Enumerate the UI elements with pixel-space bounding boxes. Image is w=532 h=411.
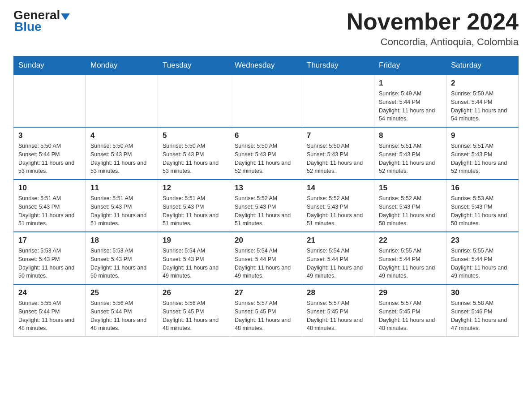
calendar-cell: 26Sunrise: 5:56 AMSunset: 5:45 PMDayligh… — [158, 284, 230, 337]
day-header-wednesday: Wednesday — [230, 56, 302, 75]
day-number: 22 — [379, 236, 442, 245]
calendar-cell — [302, 75, 374, 127]
day-header-thursday: Thursday — [302, 56, 374, 75]
day-info: Sunrise: 5:54 AMSunset: 5:43 PMDaylight:… — [163, 247, 225, 280]
calendar-cell: 13Sunrise: 5:52 AMSunset: 5:43 PMDayligh… — [230, 180, 302, 232]
day-number: 18 — [90, 236, 153, 245]
day-info: Sunrise: 5:51 AMSunset: 5:43 PMDaylight:… — [18, 194, 81, 228]
day-number: 1 — [379, 79, 442, 88]
calendar-cell: 25Sunrise: 5:56 AMSunset: 5:44 PMDayligh… — [86, 284, 158, 337]
day-number: 9 — [451, 131, 514, 140]
day-info: Sunrise: 5:50 AMSunset: 5:43 PMDaylight:… — [90, 142, 153, 176]
calendar-cell: 3Sunrise: 5:50 AMSunset: 5:44 PMDaylight… — [14, 127, 86, 180]
day-number: 4 — [90, 131, 153, 140]
day-info: Sunrise: 5:51 AMSunset: 5:43 PMDaylight:… — [90, 194, 153, 228]
day-number: 26 — [163, 288, 225, 297]
calendar-cell — [14, 75, 86, 127]
day-number: 24 — [18, 288, 81, 297]
logo-blue: Blue — [14, 20, 42, 34]
day-info: Sunrise: 5:50 AMSunset: 5:44 PMDaylight:… — [18, 142, 81, 176]
day-number: 29 — [379, 288, 442, 297]
day-info: Sunrise: 5:50 AMSunset: 5:43 PMDaylight:… — [163, 142, 225, 176]
day-number: 17 — [18, 236, 81, 245]
day-info: Sunrise: 5:53 AMSunset: 5:43 PMDaylight:… — [18, 247, 81, 280]
day-number: 21 — [307, 236, 369, 245]
calendar-cell: 15Sunrise: 5:52 AMSunset: 5:43 PMDayligh… — [374, 180, 446, 232]
calendar-cell: 1Sunrise: 5:49 AMSunset: 5:44 PMDaylight… — [374, 75, 446, 127]
day-number: 23 — [451, 236, 514, 245]
calendar-cell: 28Sunrise: 5:57 AMSunset: 5:45 PMDayligh… — [302, 284, 374, 337]
calendar-cell: 12Sunrise: 5:51 AMSunset: 5:43 PMDayligh… — [158, 180, 230, 232]
day-info: Sunrise: 5:53 AMSunset: 5:43 PMDaylight:… — [90, 247, 153, 280]
day-number: 7 — [307, 131, 369, 140]
calendar-cell: 29Sunrise: 5:57 AMSunset: 5:45 PMDayligh… — [374, 284, 446, 337]
day-info: Sunrise: 5:54 AMSunset: 5:44 PMDaylight:… — [235, 247, 297, 280]
calendar-table: SundayMondayTuesdayWednesdayThursdayFrid… — [13, 56, 519, 337]
calendar-cell: 2Sunrise: 5:50 AMSunset: 5:44 PMDaylight… — [446, 75, 519, 127]
day-number: 20 — [235, 236, 297, 245]
calendar-cell: 7Sunrise: 5:50 AMSunset: 5:43 PMDaylight… — [302, 127, 374, 180]
day-info: Sunrise: 5:56 AMSunset: 5:44 PMDaylight:… — [90, 299, 153, 333]
day-header-tuesday: Tuesday — [158, 56, 230, 75]
month-title: November 2024 — [347, 9, 519, 34]
day-number: 12 — [163, 184, 225, 193]
calendar-cell: 30Sunrise: 5:58 AMSunset: 5:46 PMDayligh… — [446, 284, 519, 337]
calendar-cell: 24Sunrise: 5:55 AMSunset: 5:44 PMDayligh… — [14, 284, 86, 337]
calendar-week-row: 17Sunrise: 5:53 AMSunset: 5:43 PMDayligh… — [14, 232, 519, 284]
day-info: Sunrise: 5:51 AMSunset: 5:43 PMDaylight:… — [451, 142, 514, 176]
day-number: 19 — [163, 236, 225, 245]
day-info: Sunrise: 5:50 AMSunset: 5:44 PMDaylight:… — [451, 90, 514, 123]
calendar-cell: 8Sunrise: 5:51 AMSunset: 5:43 PMDaylight… — [374, 127, 446, 180]
day-number: 14 — [307, 184, 369, 193]
day-number: 11 — [90, 184, 153, 193]
day-number: 30 — [451, 288, 514, 297]
calendar-cell: 9Sunrise: 5:51 AMSunset: 5:43 PMDaylight… — [446, 127, 519, 180]
day-number: 25 — [90, 288, 153, 297]
day-info: Sunrise: 5:52 AMSunset: 5:43 PMDaylight:… — [307, 194, 369, 228]
day-number: 15 — [379, 184, 442, 193]
day-info: Sunrise: 5:50 AMSunset: 5:43 PMDaylight:… — [235, 142, 297, 176]
day-info: Sunrise: 5:55 AMSunset: 5:44 PMDaylight:… — [451, 247, 514, 280]
calendar-cell: 19Sunrise: 5:54 AMSunset: 5:43 PMDayligh… — [158, 232, 230, 284]
calendar-cell: 16Sunrise: 5:53 AMSunset: 5:43 PMDayligh… — [446, 180, 519, 232]
day-number: 27 — [235, 288, 297, 297]
day-info: Sunrise: 5:53 AMSunset: 5:43 PMDaylight:… — [451, 194, 514, 228]
day-info: Sunrise: 5:54 AMSunset: 5:44 PMDaylight:… — [307, 247, 369, 280]
calendar-cell: 14Sunrise: 5:52 AMSunset: 5:43 PMDayligh… — [302, 180, 374, 232]
calendar-cell: 27Sunrise: 5:57 AMSunset: 5:45 PMDayligh… — [230, 284, 302, 337]
calendar-cell: 17Sunrise: 5:53 AMSunset: 5:43 PMDayligh… — [14, 232, 86, 284]
day-number: 6 — [235, 131, 297, 140]
day-header-sunday: Sunday — [14, 56, 86, 75]
calendar-week-row: 10Sunrise: 5:51 AMSunset: 5:43 PMDayligh… — [14, 180, 519, 232]
calendar-week-row: 24Sunrise: 5:55 AMSunset: 5:44 PMDayligh… — [14, 284, 519, 337]
calendar-cell: 4Sunrise: 5:50 AMSunset: 5:43 PMDaylight… — [86, 127, 158, 180]
day-number: 3 — [18, 131, 81, 140]
day-info: Sunrise: 5:56 AMSunset: 5:45 PMDaylight:… — [163, 299, 225, 333]
calendar-cell: 18Sunrise: 5:53 AMSunset: 5:43 PMDayligh… — [86, 232, 158, 284]
logo: General Blue — [13, 9, 70, 34]
calendar-cell — [86, 75, 158, 127]
calendar-cell: 20Sunrise: 5:54 AMSunset: 5:44 PMDayligh… — [230, 232, 302, 284]
calendar-cell: 21Sunrise: 5:54 AMSunset: 5:44 PMDayligh… — [302, 232, 374, 284]
day-info: Sunrise: 5:55 AMSunset: 5:44 PMDaylight:… — [379, 247, 442, 280]
title-area: November 2024 Concordia, Antioquia, Colo… — [347, 9, 519, 48]
day-info: Sunrise: 5:57 AMSunset: 5:45 PMDaylight:… — [307, 299, 369, 333]
day-info: Sunrise: 5:50 AMSunset: 5:43 PMDaylight:… — [307, 142, 369, 176]
day-info: Sunrise: 5:57 AMSunset: 5:45 PMDaylight:… — [379, 299, 442, 333]
location-title: Concordia, Antioquia, Colombia — [347, 36, 519, 48]
calendar-cell: 23Sunrise: 5:55 AMSunset: 5:44 PMDayligh… — [446, 232, 519, 284]
calendar-cell: 22Sunrise: 5:55 AMSunset: 5:44 PMDayligh… — [374, 232, 446, 284]
day-info: Sunrise: 5:51 AMSunset: 5:43 PMDaylight:… — [163, 194, 225, 228]
day-number: 16 — [451, 184, 514, 193]
day-number: 5 — [163, 131, 225, 140]
calendar-cell: 11Sunrise: 5:51 AMSunset: 5:43 PMDayligh… — [86, 180, 158, 232]
day-info: Sunrise: 5:58 AMSunset: 5:46 PMDaylight:… — [451, 299, 514, 333]
calendar-header-row: SundayMondayTuesdayWednesdayThursdayFrid… — [14, 56, 519, 75]
day-number: 13 — [235, 184, 297, 193]
calendar-cell: 10Sunrise: 5:51 AMSunset: 5:43 PMDayligh… — [14, 180, 86, 232]
page-header: General Blue November 2024 Concordia, An… — [13, 9, 519, 48]
day-number: 8 — [379, 131, 442, 140]
day-header-saturday: Saturday — [446, 56, 519, 75]
calendar-cell: 6Sunrise: 5:50 AMSunset: 5:43 PMDaylight… — [230, 127, 302, 180]
day-number: 28 — [307, 288, 369, 297]
